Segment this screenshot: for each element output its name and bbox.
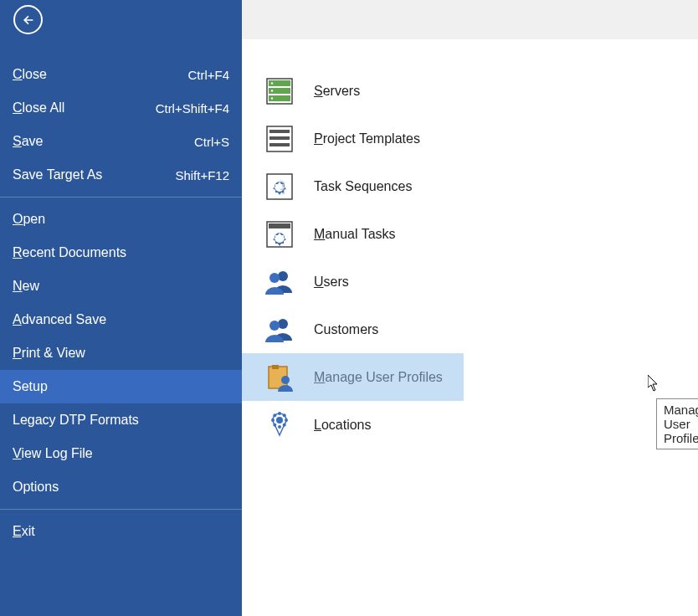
menu-shortcut: Ctrl+F4: [187, 68, 229, 82]
menu-save[interactable]: SaveCtrl+S: [0, 125, 242, 158]
menu-shortcut: Ctrl+Shift+F4: [156, 101, 229, 116]
icon-box: [265, 363, 294, 392]
menu-print-view[interactable]: Print & View: [0, 336, 242, 370]
menu-separator: [0, 509, 242, 510]
icon-box: [265, 268, 294, 296]
users-icon: [265, 316, 294, 344]
sidebar-menu: CloseCtrl+F4Close AllCtrl+Shift+F4SaveCt…: [0, 58, 242, 548]
menu-recent-documents[interactable]: Recent Documents: [0, 236, 242, 270]
setup-manage-user-profiles[interactable]: Manage User Profiles: [242, 353, 464, 401]
icon-box: [265, 316, 294, 344]
locations-icon: [265, 411, 294, 439]
svg-point-4: [271, 82, 273, 84]
setup-list: ServersProject TemplatesTask SequencesMa…: [242, 39, 698, 449]
setup-item-label: Customers: [314, 322, 378, 337]
menu-setup[interactable]: Setup: [0, 370, 242, 403]
setup-item-label: Servers: [314, 84, 360, 99]
top-band: [242, 0, 698, 39]
svg-point-28: [273, 413, 276, 417]
svg-point-18: [278, 319, 288, 329]
menu-separator: [0, 197, 242, 198]
menu-close-all[interactable]: Close AllCtrl+Shift+F4: [0, 91, 242, 125]
menu-label: Exit: [13, 524, 35, 539]
menu-shortcut: Shift+F12: [175, 168, 229, 182]
icon-box: [265, 77, 294, 105]
svg-point-25: [271, 418, 275, 422]
setup-item-label: Project Templates: [314, 131, 420, 146]
sidebar: CloseCtrl+F4Close AllCtrl+Shift+F4SaveCt…: [0, 0, 242, 616]
menu-label: Print & View: [13, 346, 85, 361]
setup-manual-tasks[interactable]: Manual Tasks: [242, 210, 698, 258]
svg-point-24: [285, 418, 288, 422]
menu-label: Setup: [13, 379, 48, 394]
setup-item-label: Users: [314, 275, 349, 290]
menu-label: Options: [13, 480, 59, 495]
menu-label: Save: [13, 134, 43, 149]
icon-box: [265, 411, 294, 439]
arrow-left-icon: [22, 13, 35, 27]
svg-point-27: [283, 413, 286, 417]
svg-point-23: [278, 412, 281, 415]
menu-new[interactable]: New: [0, 270, 242, 303]
setup-locations[interactable]: Locations: [242, 401, 698, 449]
setup-item-label: Manual Tasks: [314, 227, 396, 242]
svg-rect-9: [269, 136, 290, 140]
main-panel: ServersProject TemplatesTask SequencesMa…: [242, 0, 698, 616]
icon-box: [265, 125, 294, 153]
menu-label: Open: [13, 212, 45, 227]
menu-label: Legacy DTP Formats: [13, 413, 139, 428]
svg-rect-10: [269, 143, 290, 146]
svg-point-19: [269, 321, 280, 331]
menu-label: Recent Documents: [13, 245, 126, 260]
setup-project-templates[interactable]: Project Templates: [242, 115, 698, 162]
menu-options[interactable]: Options: [0, 470, 242, 504]
menu-label: Close All: [13, 100, 64, 116]
menu-save-target-as[interactable]: Save Target AsShift+F12: [0, 158, 242, 192]
menu-view-log-file[interactable]: View Log File: [0, 437, 242, 470]
svg-rect-14: [269, 223, 290, 228]
menu-advanced-save[interactable]: Advanced Save: [0, 303, 242, 336]
svg-point-16: [278, 271, 288, 281]
menu-legacy-dtp[interactable]: Legacy DTP Formats: [0, 403, 242, 437]
menu-close[interactable]: CloseCtrl+F4: [0, 58, 242, 91]
svg-rect-8: [269, 130, 290, 133]
menu-shortcut: Ctrl+S: [194, 135, 229, 149]
manual-tasks-icon: [265, 220, 294, 249]
svg-point-30: [273, 423, 276, 426]
svg-point-5: [271, 90, 273, 91]
setup-item-label: Manage User Profiles: [314, 370, 443, 385]
back-button[interactable]: [13, 5, 43, 34]
users-icon: [265, 268, 294, 296]
svg-point-29: [283, 423, 286, 426]
menu-open[interactable]: Open: [0, 203, 242, 236]
svg-point-26: [278, 425, 281, 429]
svg-point-6: [271, 97, 273, 99]
templates-icon: [265, 125, 294, 153]
setup-item-label: Locations: [314, 418, 372, 433]
setup-customers[interactable]: Customers: [242, 305, 698, 353]
servers-icon: [265, 77, 294, 105]
menu-label: View Log File: [13, 446, 93, 461]
task-seq-icon: [265, 172, 294, 201]
svg-rect-21: [272, 365, 279, 369]
menu-label: Close: [13, 67, 47, 82]
svg-point-22: [281, 376, 290, 384]
menu-label: Advanced Save: [13, 312, 106, 327]
icon-box: [265, 220, 294, 249]
svg-point-17: [269, 273, 280, 283]
menu-exit[interactable]: Exit: [0, 515, 242, 548]
setup-servers[interactable]: Servers: [242, 67, 698, 115]
menu-label: New: [13, 279, 39, 294]
svg-point-12: [277, 184, 282, 189]
icon-box: [265, 172, 294, 201]
setup-item-label: Task Sequences: [314, 179, 412, 194]
svg-point-15: [277, 235, 282, 240]
profiles-icon: [265, 363, 294, 392]
tooltip: Manage User Profiles: [656, 398, 698, 449]
svg-point-31: [276, 417, 283, 424]
menu-label: Save Target As: [13, 167, 102, 182]
setup-users[interactable]: Users: [242, 258, 698, 305]
setup-task-sequences[interactable]: Task Sequences: [242, 162, 698, 210]
